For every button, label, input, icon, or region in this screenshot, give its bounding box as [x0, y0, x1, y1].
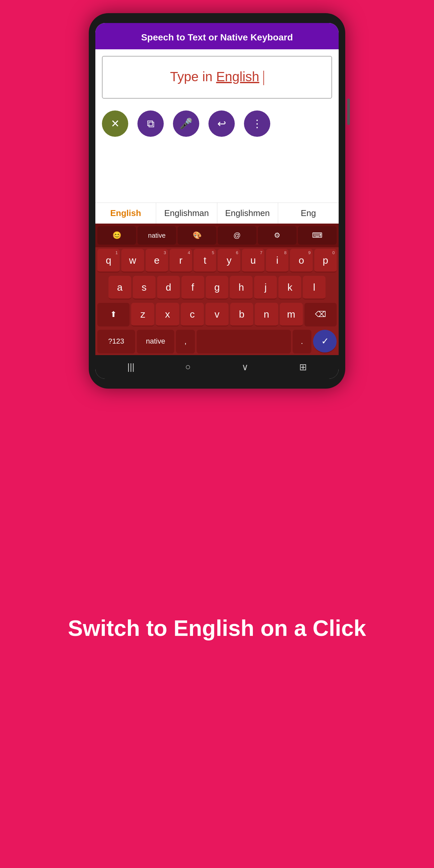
key-a[interactable]: a — [108, 276, 131, 300]
app-header-title: Speech to Text or Native Keyboard — [105, 32, 329, 43]
mic-button[interactable]: 🎤 — [173, 111, 199, 137]
action-buttons-row: ✕ ⧉ 🎤 ↩ ⋮ — [95, 105, 339, 143]
text-box[interactable]: Type in English — [102, 56, 332, 99]
key-l[interactable]: l — [303, 276, 326, 300]
cursor — [264, 71, 264, 85]
comma-key[interactable]: , — [176, 330, 195, 353]
keyboard-switch-icon: ⊞ — [299, 362, 307, 372]
language-word: English — [216, 69, 259, 84]
key-p[interactable]: 0p — [314, 249, 337, 273]
shift-key[interactable]: ⬆ — [97, 303, 129, 327]
key-s[interactable]: s — [133, 276, 156, 300]
home-icon: ○ — [185, 362, 191, 372]
key-q[interactable]: 1q — [97, 249, 120, 273]
bottom-headline: Switch to English on a Click — [68, 615, 366, 642]
period-key[interactable]: . — [292, 330, 311, 353]
key-f[interactable]: f — [182, 276, 204, 300]
settings-key[interactable]: ⚙ — [258, 226, 297, 245]
phone-screen: Speech to Text or Native Keyboard Type i… — [95, 23, 339, 379]
backspace-icon: ⌫ — [315, 310, 326, 319]
keyboard-icon: ⌨ — [312, 231, 322, 240]
key-g[interactable]: g — [206, 276, 228, 300]
palette-key[interactable]: 🎨 — [178, 226, 216, 245]
key-h[interactable]: h — [230, 276, 252, 300]
keyboard-row-2: a s d f g h j k l — [95, 274, 339, 301]
nav-bar: ||| ○ ∨ ⊞ — [95, 355, 339, 379]
keyboard-row-3: ⬆ z x c v b n m ⌫ — [95, 301, 339, 328]
backspace-key[interactable]: ⌫ — [305, 303, 337, 327]
nav-recent-button[interactable]: ∨ — [242, 362, 249, 373]
undo-icon: ↩ — [217, 117, 226, 130]
key-z[interactable]: z — [131, 303, 154, 327]
type-in-label: Type in — [170, 69, 216, 84]
checkmark-icon: ✓ — [321, 336, 329, 346]
symbols-key[interactable]: ?123 — [97, 330, 135, 353]
phone-frame: Speech to Text or Native Keyboard Type i… — [89, 13, 345, 389]
key-r[interactable]: 4r — [169, 249, 192, 273]
side-button — [347, 99, 350, 125]
key-d[interactable]: d — [157, 276, 180, 300]
copy-icon: ⧉ — [147, 118, 155, 130]
share-icon: ⋮ — [252, 117, 262, 130]
emoji-icon: 😊 — [113, 231, 121, 240]
at-icon: @ — [234, 231, 241, 240]
key-j[interactable]: j — [254, 276, 277, 300]
key-o[interactable]: 9o — [290, 249, 312, 273]
key-t[interactable]: 5t — [194, 249, 216, 273]
settings-icon: ⚙ — [274, 231, 280, 240]
copy-button[interactable]: ⧉ — [137, 111, 164, 137]
suggestions-bar: English Englishman Englishmen Eng — [95, 203, 339, 224]
key-u[interactable]: 7u — [242, 249, 265, 273]
space-key[interactable] — [197, 330, 291, 353]
recent-icon: ∨ — [242, 362, 249, 372]
suggestion-englishman[interactable]: Englishman — [156, 203, 217, 224]
app-header: Speech to Text or Native Keyboard — [95, 23, 339, 49]
suggestion-englishmen[interactable]: Englishmen — [217, 203, 278, 224]
delete-icon: ✕ — [111, 117, 120, 130]
bottom-text-area: Switch to English on a Click — [42, 389, 393, 868]
nav-home-button[interactable]: ○ — [185, 362, 191, 372]
key-y[interactable]: 6y — [218, 249, 240, 273]
key-i[interactable]: 8i — [266, 249, 288, 273]
back-icon: ||| — [127, 362, 134, 372]
keyboard-row-4: ?123 native , . ✓ — [95, 328, 339, 355]
nav-back-button[interactable]: ||| — [127, 362, 134, 372]
key-x[interactable]: x — [156, 303, 179, 327]
key-m[interactable]: m — [280, 303, 303, 327]
key-c[interactable]: c — [181, 303, 204, 327]
native-key-top[interactable]: native — [137, 226, 176, 245]
native-key[interactable]: native — [137, 330, 175, 353]
key-e[interactable]: 3e — [146, 249, 168, 273]
key-v[interactable]: v — [206, 303, 228, 327]
keyboard: 😊 native 🎨 @ ⚙ ⌨ 1q — [95, 224, 339, 355]
at-key[interactable]: @ — [218, 226, 256, 245]
suggestion-eng[interactable]: Eng — [278, 203, 339, 224]
keyboard-row-1: 1q w 3e 4r 5t 6y 7u 8i 9o 0p — [95, 247, 339, 274]
key-b[interactable]: b — [230, 303, 253, 327]
undo-button[interactable]: ↩ — [209, 111, 235, 137]
delete-button[interactable]: ✕ — [102, 111, 128, 137]
suggestion-english[interactable]: English — [95, 203, 156, 224]
text-box-content: Type in English — [170, 69, 264, 85]
text-input-area: Type in English — [95, 49, 339, 105]
content-spacer — [95, 143, 339, 203]
nav-keyboard-button[interactable]: ⊞ — [299, 362, 307, 373]
key-w[interactable]: w — [121, 249, 144, 273]
keyboard-switch-key[interactable]: ⌨ — [298, 226, 337, 245]
mic-icon: 🎤 — [180, 117, 193, 130]
key-k[interactable]: k — [278, 276, 301, 300]
share-button[interactable]: ⋮ — [244, 111, 270, 137]
key-n[interactable]: n — [255, 303, 278, 327]
emoji-key[interactable]: 😊 — [97, 226, 136, 245]
keyboard-tool-row: 😊 native 🎨 @ ⚙ ⌨ — [95, 224, 339, 247]
palette-icon: 🎨 — [193, 231, 202, 240]
enter-key[interactable]: ✓ — [313, 330, 337, 353]
shift-icon: ⬆ — [110, 310, 117, 319]
